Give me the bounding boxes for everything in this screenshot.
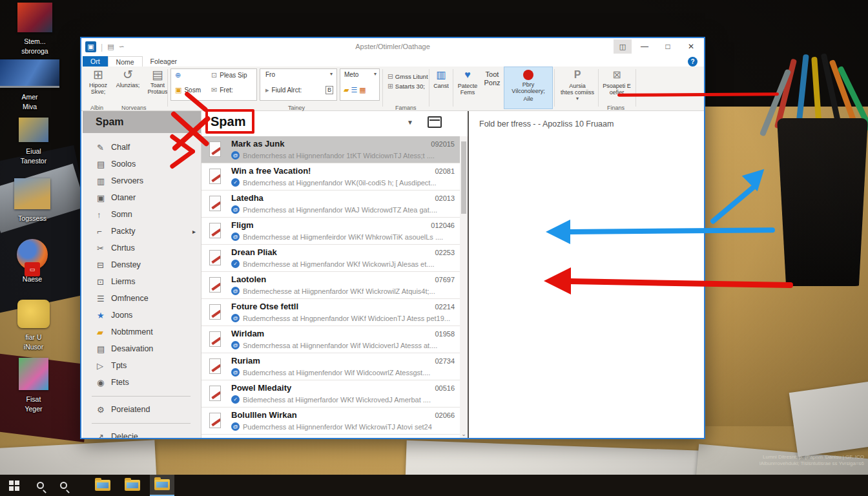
aursia-dropdown-button[interactable]: P Aursia thtes comiiss ▾ (557, 67, 598, 109)
email-subject: Win a free Vacation! (231, 166, 311, 176)
fret-button[interactable]: ✉Fret: (211, 86, 233, 94)
sidebar-folder-item[interactable]: ↑ Somn ▸ (83, 206, 201, 223)
sidebar-item-label: Otaner (111, 193, 136, 202)
desktop-icon-label: Amer Miva (0, 92, 63, 112)
sidebar-folder-item[interactable]: ▣ Otaner ▸ (83, 189, 201, 206)
desktop-icon[interactable]: Eiual Tanestor (0, 118, 67, 166)
chart-icon[interactable]: ▦ (359, 86, 366, 94)
canst-button[interactable]: ▥ Canst (430, 67, 452, 109)
sidebar-folder-item[interactable]: ☰ Omfnence ▸ (83, 290, 201, 307)
properties-button[interactable]: ⊠ Psoapeti E oefier (599, 67, 634, 109)
ribbon-display-options-button[interactable]: ◫ (614, 39, 632, 54)
email-list-scrollbar[interactable]: ⌄ (460, 136, 468, 438)
email-row[interactable]: Ruriam 02734 @ Budemcrhess at Hiigmenfen… (202, 353, 460, 380)
desktop-icon[interactable]: fiar U iNusor (0, 300, 67, 352)
email-row[interactable]: Fligm 012046 @ Bndemcrhesse at Hiigmenfe… (202, 218, 460, 245)
desktop-icon-art (0, 59, 59, 88)
from-dropdown[interactable]: Fro (265, 71, 275, 78)
email-row[interactable]: Win a free Vacation! 02081 ✓ Bndemcrhess… (202, 163, 460, 191)
sidebar-folder-item[interactable]: ✂ Chrtus ▸ (83, 240, 201, 256)
desktop-icon[interactable]: Togssess (0, 178, 66, 223)
sidebar-item-label: Lierms (111, 277, 136, 286)
desktop-icon-art (14, 178, 50, 209)
folder-icon[interactable]: ▰ (344, 86, 349, 94)
sidebar-folder-item[interactable]: ⌐ Packty ▸ (83, 223, 201, 240)
send-icon: ↗ (97, 432, 111, 439)
email-row[interactable]: Latedha 02013 @ Pndemcrhess at Hignnenfa… (202, 191, 460, 218)
sort-dropdown-icon[interactable]: ▼ (407, 119, 413, 126)
desktop-icon-art (19, 358, 48, 390)
rules-buttons[interactable]: ⊟ Gmss Litunt ⊞ Satarts 30; (388, 72, 428, 91)
search-icon[interactable] (28, 475, 52, 496)
field-alert-button[interactable]: ▸Fiuld Alrct: (265, 86, 302, 94)
email-row[interactable]: Drean Pliak 02253 ✓ Bndemcrhesse at Higm… (202, 245, 460, 272)
sender-badge-icon: ✓ (231, 260, 240, 268)
tab-folder[interactable]: Foleager (143, 56, 185, 67)
sender-badge-icon: ✓ (231, 178, 240, 187)
sidebar-folder-item[interactable]: ▷ Tpts ▸ (83, 357, 201, 374)
sidebar-folder-item[interactable]: ⊡ Lierms ▸ (83, 273, 201, 290)
arrow-up-icon: ↑ (97, 210, 111, 220)
window-x-icon: ⊠ (599, 68, 634, 81)
mail-app-window: ▣ | ▤ ∽ Apster/Otimler/Oathage ◫ — □ ✕ O… (80, 37, 705, 439)
minimize-button[interactable]: — (634, 39, 655, 54)
tools-icon: ✂ (97, 243, 111, 253)
sender-badge-icon: @ (231, 341, 240, 349)
sidebar-folder-item[interactable]: ⚙ Poreiatend ▸ (83, 401, 201, 418)
start-button[interactable] (0, 475, 28, 496)
desktop-icon[interactable]: Stem... sbroroga (1, 3, 68, 56)
desktop-icon-art: ▭ (17, 239, 48, 270)
maximize-button[interactable]: □ (657, 39, 678, 54)
email-row[interactable]: Foture Otse fettll 02214 @ Rudemcrhesss … (202, 299, 460, 326)
taskbar-active-app-button[interactable] (150, 475, 174, 496)
email-time: 02253 (435, 249, 455, 256)
meto-dropdown[interactable]: Meto (344, 71, 358, 78)
chevron-down-icon[interactable]: ▾ (330, 71, 333, 77)
sidebar-folder-item[interactable]: ↗ Delecie ▸ (83, 428, 201, 438)
clean-up-button[interactable]: ⊡Pleas Sip (211, 71, 247, 79)
help-icon[interactable]: ? (688, 57, 698, 67)
email-row[interactable]: Laotolen 07697 @ Bndemechesse at Hiigpne… (202, 272, 460, 299)
sidebar-folder-item[interactable]: ▤ Desaivation ▸ (83, 340, 201, 357)
chevron-down-icon[interactable]: ▾ (374, 71, 377, 77)
email-row[interactable]: Bolulllen Wirkan 02066 @ Pudemcrhess at … (202, 408, 460, 435)
tab-home[interactable]: Nome (108, 56, 143, 67)
email-subject: Latedha (231, 193, 264, 203)
email-row[interactable]: Mark as Junk 092015 @ Bndemcrhess at Hii… (202, 136, 460, 163)
email-sender-line: Rudemcrhesss at Hngpnenfandor WiKf Widci… (243, 315, 450, 322)
layout-view-icon[interactable] (428, 116, 442, 128)
tab-file[interactable]: Ort (83, 56, 108, 67)
list-icon[interactable]: ☰ (351, 86, 357, 94)
taskbar-folder-button[interactable] (120, 475, 145, 496)
people-search-icon[interactable] (52, 475, 75, 496)
scrollbar-thumb[interactable] (461, 141, 466, 214)
scroll-down-icon[interactable]: ⌄ (460, 431, 468, 437)
group-label-albin: Albin (90, 105, 103, 111)
desktop-icon[interactable]: Fisat Yeger (0, 358, 67, 414)
sidebar-item-label: Delecie (111, 432, 138, 438)
sidebar-folder-item[interactable]: ★ Joons ▸ (83, 307, 201, 324)
sidebar-item-label: Nobtmment (111, 327, 153, 336)
email-subject: Fligm (231, 220, 254, 230)
toot-button[interactable]: Toot Ponz (480, 67, 504, 109)
mail-document-icon (209, 250, 221, 265)
desktop-icon[interactable]: ▭ Naese (0, 239, 66, 284)
email-row[interactable]: Wirldam 01958 @ Sndemcrhessa at Hiignnen… (202, 326, 460, 353)
canst-label: Canst (430, 83, 452, 89)
sidebar-folder-item[interactable]: ⊟ Denstey ▸ (83, 256, 201, 273)
bold-button[interactable]: B (326, 86, 333, 94)
titlebar[interactable]: ▣ | ▤ ∽ Apster/Otimler/Oathage ◫ — □ ✕ (81, 38, 704, 56)
taskbar-folder-button[interactable] (90, 475, 115, 496)
highlighted-ribbon-button[interactable]: Pbry Vilconoleery; Aile (504, 67, 553, 109)
email-subject: Mark as Junk (231, 139, 284, 149)
page-icon: ▤ (97, 160, 111, 169)
group-label-tainey: Tainey (288, 105, 305, 111)
delete-items-button[interactable]: ♥ Patecte Fems (455, 67, 480, 109)
sidebar-folder-item[interactable]: ▰ Nobtmment ▸ (83, 324, 201, 340)
sidebar-folder-item[interactable]: ◉ Ftets ▸ (83, 374, 201, 391)
desktop-icon[interactable]: Amer Miva (0, 59, 63, 112)
sidebar-folder-item[interactable]: ▥ Servoers ▸ (83, 172, 201, 189)
desktop-icon-label: Togssess (0, 214, 66, 223)
close-button[interactable]: ✕ (681, 39, 701, 54)
email-row[interactable]: Powel Mledaity 00516 ✓ Bidemechess at Hi… (202, 380, 460, 408)
